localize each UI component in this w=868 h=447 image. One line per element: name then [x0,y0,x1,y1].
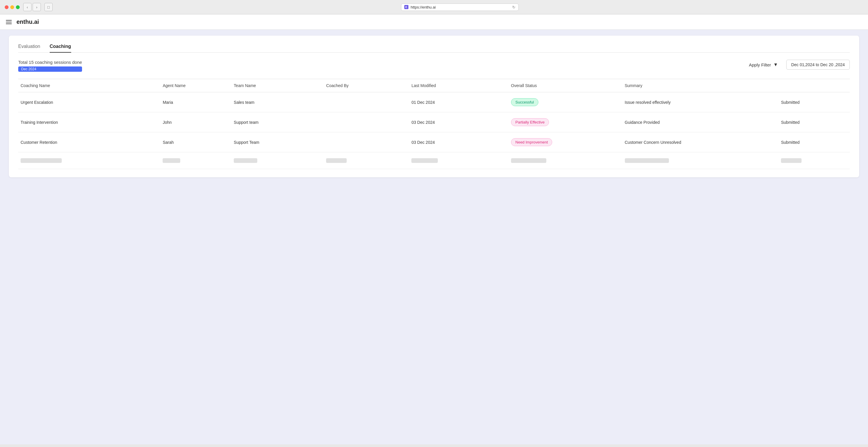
skeleton-cell [409,152,508,169]
table-row[interactable]: Urgent Escalation Maria Sales team 01 De… [18,92,850,112]
cell-team-name: Sales team [231,92,324,112]
table-body: Urgent Escalation Maria Sales team 01 De… [18,92,850,169]
session-info-row: Total 15 coaching sessions done Dec 2024… [18,60,850,72]
forward-button[interactable]: › [33,3,41,11]
reload-button[interactable]: ↻ [512,5,516,9]
cell-last-modified: 03 Dec 2024 [409,112,508,132]
cell-status: Need Improvement [509,132,622,152]
hamburger-menu[interactable] [6,20,12,24]
cell-coaching-name: Urgent Escalation [18,92,160,112]
apply-filter-button[interactable]: Apply Filter ▼ [745,60,781,70]
address-bar[interactable]: E https://enthu.ai ↻ [401,3,519,11]
skeleton-cell [509,152,622,169]
status-badge: Need Improvement [511,138,553,146]
cell-action: Submitted [779,132,850,152]
cell-agent-name: Maria [160,92,231,112]
cell-action: Submitted [779,92,850,112]
skeleton-block [234,158,257,163]
address-bar-container: E https://enthu.ai ↻ [56,3,863,11]
cell-action: Submitted [779,112,850,132]
cell-coached-by [324,112,409,132]
skeleton-block [411,158,438,163]
cell-agent-name: Sarah [160,132,231,152]
cell-summary: Guidance Provided [622,112,779,132]
traffic-light-close[interactable] [5,5,8,9]
coaching-table: Coaching Name Agent Name Team Name Coach… [18,79,850,169]
col-header-summary: Summary [622,79,779,92]
cell-agent-name: John [160,112,231,132]
status-badge: Successful [511,98,538,106]
sessions-count: Total 15 coaching sessions done [18,60,82,65]
traffic-light-minimize[interactable] [10,5,14,9]
status-badge: Partially Effective [511,118,549,126]
skeleton-block [625,158,669,163]
cell-coached-by [324,132,409,152]
traffic-light-fullscreen[interactable] [16,5,20,9]
browser-chrome: ‹ › □ E https://enthu.ai ↻ [0,0,868,14]
cell-last-modified: 03 Dec 2024 [409,132,508,152]
cell-team-name: Support team [231,112,324,132]
window-button[interactable]: □ [44,3,53,11]
cell-coaching-name: Customer Retention [18,132,160,152]
apply-filter-label: Apply Filter [749,62,771,67]
date-badge: Dec 2024 [18,66,82,72]
tab-evaluation[interactable]: Evaluation [18,44,40,53]
cell-status: Successful [509,92,622,112]
tabs: Evaluation Coaching [18,44,850,53]
date-range-display[interactable]: Dec 01,2024 to Dec 20 ,2024 [786,60,850,70]
cell-team-name: Support Team [231,132,324,152]
skeleton-block [326,158,347,163]
skeleton-cell [779,152,850,169]
col-header-last-modified: Last Modified [409,79,508,92]
skeleton-cell [18,152,160,169]
col-header-agent-name: Agent Name [160,79,231,92]
cell-coached-by [324,92,409,112]
cell-status: Partially Effective [509,112,622,132]
skeleton-block [781,158,802,163]
session-info-right: Apply Filter ▼ Dec 01,2024 to Dec 20 ,20… [745,60,850,70]
browser-titlebar: ‹ › □ E https://enthu.ai ↻ [0,0,868,14]
url-text: https://enthu.ai [411,5,436,9]
table-header: Coaching Name Agent Name Team Name Coach… [18,79,850,92]
col-header-coached-by: Coached By [324,79,409,92]
app-logo: enthu.ai [17,19,39,25]
back-button[interactable]: ‹ [23,3,31,11]
skeleton-block [511,158,546,163]
col-header-action [779,79,850,92]
cell-last-modified: 01 Dec 2024 [409,92,508,112]
table-row[interactable]: Training Intervention John Support team … [18,112,850,132]
main-card: Evaluation Coaching Total 15 coaching se… [9,36,859,177]
tab-coaching[interactable]: Coaching [50,44,71,53]
favicon: E [404,5,408,9]
table-row[interactable]: Customer Retention Sarah Support Team 03… [18,132,850,152]
cell-summary: Issue resolved effectively [622,92,779,112]
app-header: enthu.ai [0,14,868,30]
skeleton-cell [324,152,409,169]
col-header-team-name: Team Name [231,79,324,92]
nav-buttons: ‹ › [23,3,41,11]
session-info-left: Total 15 coaching sessions done Dec 2024 [18,60,82,72]
cell-summary: Customer Concern Unresolved [622,132,779,152]
skeleton-cell [160,152,231,169]
col-header-coaching-name: Coaching Name [18,79,160,92]
cell-coaching-name: Training Intervention [18,112,160,132]
skeleton-block [163,158,180,163]
main-content: Evaluation Coaching Total 15 coaching se… [0,30,868,444]
filter-icon: ▼ [773,62,778,67]
skeleton-cell [231,152,324,169]
skeleton-cell [622,152,779,169]
skeleton-block [21,158,62,163]
col-header-overall-status: Overall Status [509,79,622,92]
skeleton-row [18,152,850,169]
traffic-lights [5,5,20,9]
